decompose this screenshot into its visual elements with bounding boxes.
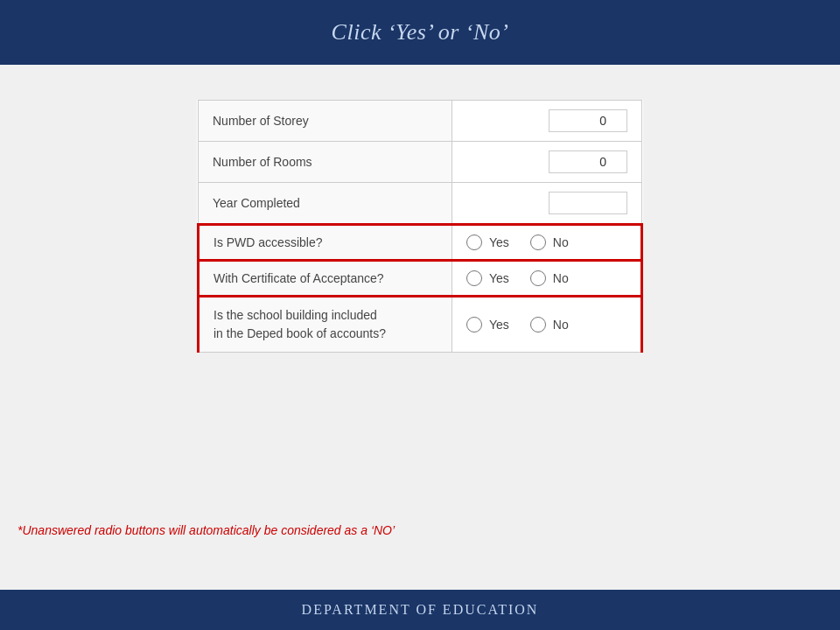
pwd-row: Is PWD accessible? Yes No	[199, 225, 642, 261]
deped-label: Is the school building included in the D…	[199, 297, 452, 353]
pwd-radio-group: Yes No	[466, 234, 626, 250]
storey-input-cell	[452, 101, 642, 142]
rooms-label: Number of Rooms	[199, 142, 452, 183]
certificate-radio-group: Yes No	[466, 270, 626, 286]
pwd-yes-label: Yes	[489, 235, 509, 249]
storey-row: Number of Storey	[199, 101, 642, 142]
page-footer: Department of Education	[0, 590, 840, 630]
page-header: Click ‘Yes’ or ‘No’	[0, 0, 840, 65]
pwd-label: Is PWD accessible?	[199, 225, 452, 261]
certificate-yes-radio[interactable]	[466, 270, 482, 286]
pwd-yes-radio[interactable]	[466, 234, 482, 250]
footer-label: Department of Education	[302, 602, 539, 617]
certificate-no-radio[interactable]	[530, 270, 546, 286]
pwd-no-radio[interactable]	[530, 234, 546, 250]
deped-label-line2: in the Deped book of accounts?	[214, 326, 386, 340]
deped-no-radio[interactable]	[530, 317, 546, 332]
form-table: Number of Storey Number of Rooms Year Co…	[197, 100, 643, 353]
certificate-row: With Certificate of Acceptance? Yes No	[199, 261, 642, 297]
pwd-radio-cell: Yes No	[452, 225, 642, 261]
deped-yes-radio[interactable]	[466, 317, 482, 332]
certificate-radio-cell: Yes No	[452, 261, 642, 297]
certificate-yes-label: Yes	[489, 271, 509, 285]
year-row: Year Completed	[199, 183, 642, 225]
storey-label: Number of Storey	[199, 101, 452, 142]
deped-no-label: No	[553, 318, 569, 332]
deped-yes-label: Yes	[489, 318, 509, 332]
pwd-no-label: No	[553, 235, 569, 249]
year-input[interactable]	[549, 192, 627, 214]
main-content: Number of Storey Number of Rooms Year Co…	[0, 65, 840, 590]
certificate-label: With Certificate of Acceptance?	[199, 261, 452, 297]
rooms-row: Number of Rooms	[199, 142, 642, 183]
rooms-input[interactable]	[549, 150, 627, 173]
header-title: Click ‘Yes’ or ‘No’	[332, 19, 509, 45]
year-label: Year Completed	[199, 183, 452, 225]
rooms-input-cell	[452, 142, 642, 183]
footer-note: *Unanswered radio buttons will automatic…	[18, 523, 395, 537]
certificate-no-label: No	[553, 271, 569, 285]
deped-radio-cell: Yes No	[452, 297, 642, 353]
deped-radio-group: Yes No	[466, 317, 626, 332]
storey-input[interactable]	[549, 109, 627, 132]
deped-label-line1: Is the school building included	[214, 308, 377, 322]
year-input-cell	[452, 183, 642, 225]
deped-row: Is the school building included in the D…	[199, 297, 642, 353]
